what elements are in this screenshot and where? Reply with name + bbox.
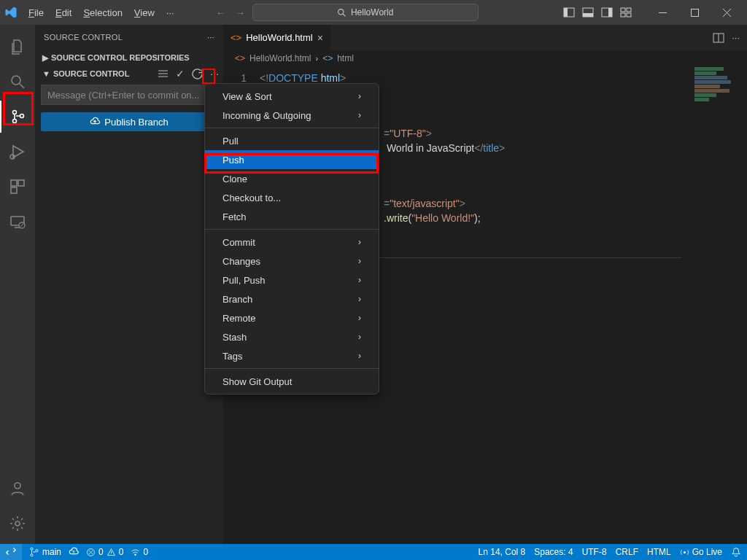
code-line[interactable]: <!DOCTYPE html>: [260, 72, 346, 84]
nav-arrows: ← →: [216, 7, 245, 18]
menu-bar: File Edit Selection View ···: [23, 4, 179, 21]
encoding[interactable]: UTF-8: [582, 547, 607, 557]
svg-point-38: [36, 550, 38, 552]
ctx-push[interactable]: Push: [205, 150, 379, 169]
svg-rect-10: [621, 13, 625, 17]
bell-icon[interactable]: [731, 547, 741, 557]
publish-branch-button[interactable]: Publish Branch: [41, 112, 217, 131]
ctx-show-git-output[interactable]: Show Git Output: [205, 372, 379, 391]
ctx-incoming-outgoing[interactable]: Incoming & Outgoing›: [205, 106, 379, 125]
layout-controls: [563, 7, 632, 18]
ctx-pull-push[interactable]: Pull, Push›: [205, 271, 379, 289]
explorer-icon[interactable]: [0, 31, 35, 63]
svg-line-1: [343, 14, 345, 16]
view-tree-icon[interactable]: [158, 69, 169, 79]
menu-separator: [205, 128, 379, 128]
language-mode[interactable]: HTML: [647, 547, 671, 557]
source-control-label: SOURCE CONTROL: [53, 69, 130, 78]
eol[interactable]: CRLF: [616, 547, 638, 557]
ctx-tags[interactable]: Tags›: [205, 346, 379, 365]
ctx-remote[interactable]: Remote›: [205, 308, 379, 327]
editor-more-icon[interactable]: ···: [732, 32, 740, 43]
menu-selection[interactable]: Selection: [78, 4, 127, 21]
side-bar: SOURCE CONTROL ··· ▶ SOURCE CONTROL REPO…: [35, 25, 223, 544]
branch-indicator[interactable]: main: [29, 547, 61, 557]
account-icon[interactable]: [0, 472, 35, 505]
ctx-changes[interactable]: Changes›: [205, 252, 379, 271]
refresh-icon[interactable]: [192, 69, 203, 79]
search-activity-icon[interactable]: [0, 66, 35, 98]
toggle-sidebar-icon[interactable]: [563, 7, 575, 18]
svg-point-18: [13, 111, 17, 114]
more-actions-icon[interactable]: ···: [210, 68, 219, 79]
source-control-section[interactable]: ▼ SOURCE CONTROL ✓ ···: [35, 66, 223, 82]
extensions-icon[interactable]: [0, 171, 35, 203]
ctx-checkout[interactable]: Checkout to...: [205, 188, 379, 207]
ctx-view-sort[interactable]: View & Sort›: [205, 87, 379, 106]
go-live[interactable]: Go Live: [680, 547, 722, 557]
menu-overflow[interactable]: ···: [161, 4, 179, 21]
minimap[interactable]: [694, 67, 737, 111]
sidebar-title: SOURCE CONTROL ···: [35, 25, 223, 50]
chevron-right-icon: ›: [358, 110, 361, 120]
ctx-stash[interactable]: Stash›: [205, 327, 379, 346]
svg-point-36: [31, 548, 33, 550]
error-count: 0: [98, 547, 104, 557]
broadcast-icon: [680, 548, 689, 557]
commit-message-input[interactable]: Message (Ctrl+Enter to commit on...: [41, 85, 217, 105]
ctx-pull[interactable]: Pull: [205, 131, 379, 150]
run-debug-icon[interactable]: [0, 136, 35, 168]
svg-rect-11: [627, 13, 631, 17]
toggle-panel-icon[interactable]: [582, 7, 594, 18]
breadcrumb-node[interactable]: html: [337, 53, 354, 63]
repositories-section[interactable]: ▶ SOURCE CONTROL REPOSITORIES: [35, 50, 223, 66]
indentation[interactable]: Spaces: 4: [534, 547, 573, 557]
toggle-secondary-icon[interactable]: [601, 7, 613, 18]
tab-helloworld[interactable]: <> HelloWorld.html ×: [223, 25, 330, 50]
svg-rect-24: [11, 187, 17, 193]
menu-edit[interactable]: Edit: [50, 4, 77, 21]
split-editor-icon[interactable]: [713, 32, 724, 44]
svg-rect-5: [583, 13, 593, 17]
breadcrumbs[interactable]: <> HelloWorld.html › <> html: [223, 50, 747, 66]
close-button[interactable]: [711, 0, 743, 25]
chevron-right-icon: ›: [315, 54, 318, 63]
sync-indicator[interactable]: [69, 547, 79, 557]
nav-back-icon[interactable]: ←: [216, 7, 225, 18]
commit-all-icon[interactable]: ✓: [176, 68, 185, 79]
chevron-right-icon: ›: [358, 351, 361, 361]
title-bar: File Edit Selection View ··· ← → HelloWo…: [0, 0, 747, 25]
problems-indicator[interactable]: 0 0: [86, 547, 123, 557]
error-icon: [86, 548, 96, 557]
cloud-upload-icon: [90, 117, 100, 127]
svg-rect-12: [659, 12, 667, 13]
remote-explorer-icon[interactable]: [0, 206, 35, 238]
svg-line-17: [20, 84, 24, 88]
svg-point-29: [15, 483, 20, 489]
svg-rect-3: [564, 8, 568, 17]
minimize-button[interactable]: [646, 0, 678, 25]
ctx-branch[interactable]: Branch›: [205, 289, 379, 308]
ctx-fetch[interactable]: Fetch: [205, 207, 379, 226]
nav-forward-icon[interactable]: →: [236, 7, 245, 18]
customize-layout-icon[interactable]: [620, 7, 632, 18]
remote-indicator[interactable]: [0, 544, 22, 560]
cursor-position[interactable]: Ln 14, Col 8: [479, 547, 526, 557]
ports-indicator[interactable]: 0: [131, 547, 148, 557]
ctx-clone[interactable]: Clone: [205, 169, 379, 188]
vscode-logo-icon: [4, 6, 18, 19]
source-control-icon[interactable]: [0, 101, 35, 133]
breadcrumb-file[interactable]: HelloWorld.html: [249, 53, 311, 63]
maximize-button[interactable]: [678, 0, 711, 25]
html-file-icon: <>: [235, 53, 245, 63]
chevron-right-icon: ›: [358, 91, 361, 101]
ports-count: 0: [143, 547, 148, 557]
menu-view[interactable]: View: [129, 4, 160, 21]
command-center[interactable]: HelloWorld: [252, 4, 479, 21]
menu-file[interactable]: File: [23, 4, 49, 21]
sidebar-more-icon[interactable]: ···: [207, 33, 214, 42]
chevron-right-icon: ›: [358, 294, 361, 304]
ctx-commit[interactable]: Commit›: [205, 233, 379, 252]
tab-close-icon[interactable]: ×: [317, 32, 323, 44]
settings-icon[interactable]: [0, 508, 35, 540]
